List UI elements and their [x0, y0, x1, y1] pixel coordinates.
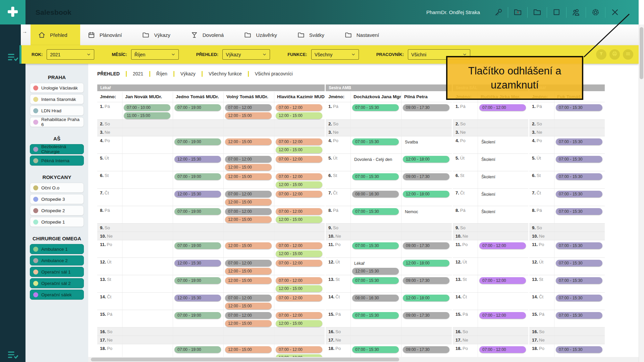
sidebar-item[interactable]: Ortopedie 2 — [30, 205, 84, 216]
shift-pill[interactable]: 07:00 - 12:00 — [225, 260, 272, 266]
shift-note[interactable]: Školení — [481, 139, 526, 145]
menu-button[interactable] — [623, 49, 633, 60]
sidebar-item[interactable]: Operační sál 1 — [30, 267, 84, 277]
shift-note[interactable]: Nemoc — [405, 209, 450, 215]
sidebar-item[interactable]: Interna Staromák — [30, 94, 84, 104]
shift-pill[interactable]: 12:00 - 15:30 — [174, 295, 221, 301]
shift-pill[interactable]: 12:00 - 15:00 — [225, 112, 272, 119]
playlist-check-icon[interactable] — [6, 51, 19, 64]
shift-pill[interactable]: 12:00 - 15:00 — [225, 242, 272, 249]
shift-pill[interactable]: 12:00 - 15:30 — [174, 156, 221, 163]
shift-pill[interactable]: 08:00 - 16:30 — [352, 295, 399, 301]
tab-nastaveni[interactable]: Nastavení — [337, 24, 392, 45]
print-button[interactable] — [609, 49, 620, 60]
shift-pill[interactable]: 07:00 - 12:00 — [276, 295, 322, 301]
sidebar-item[interactable]: Ambulance 1 — [30, 244, 84, 254]
shift-pill[interactable]: 09:00 - 17:30 — [403, 104, 449, 111]
sidebar-item[interactable]: Operační sálek — [30, 290, 84, 300]
expand-arrow-icon[interactable]: → — [22, 28, 27, 45]
gear-icon[interactable] — [591, 8, 600, 17]
shift-pill[interactable]: 12:00 - 15:00 — [225, 303, 272, 309]
prehled-select[interactable]: Výkazy — [222, 49, 270, 60]
vertical-scrollbar-thumb[interactable] — [640, 27, 643, 79]
shift-pill[interactable]: 12:00 - 15:00 — [276, 320, 322, 327]
sidebar-item[interactable]: Operační sál 2 — [30, 278, 84, 288]
sidebar-item[interactable]: LDN Hrad — [30, 106, 84, 116]
tab-dovolena[interactable]: Dovolená — [183, 24, 236, 45]
shift-pill[interactable]: 07:00 - 19:00 — [174, 277, 221, 284]
shift-pill[interactable]: 12:00 - 15:00 — [225, 164, 272, 171]
tab-prehled[interactable]: Přehled — [31, 24, 80, 45]
shift-note[interactable]: Lékař — [354, 261, 399, 266]
tab-vykazy[interactable]: Výkazy — [135, 24, 183, 45]
shift-pill[interactable]: 07:00 - 15:30 — [556, 104, 602, 111]
shift-pill[interactable]: 08:00 - 16:30 — [352, 191, 399, 197]
shift-pill[interactable]: 07:00 - 19:00 — [174, 138, 221, 145]
shift-pill[interactable]: 07:00 - 12:00 — [276, 260, 322, 266]
shift-pill[interactable]: 12:00 - 15:30 — [174, 191, 221, 197]
shift-pill[interactable]: 12:00 - 15:00 — [225, 138, 272, 145]
shift-pill[interactable]: 07:00 - 12:00 — [276, 191, 322, 197]
shift-pill[interactable]: 07:00 - 12:00 — [225, 295, 272, 301]
shift-pill[interactable]: 07:00 - 12:00 — [276, 312, 322, 319]
users-icon[interactable] — [572, 8, 581, 17]
shift-pill[interactable]: 07:00 - 12:00 — [225, 156, 272, 163]
shift-pill[interactable]: 09:00 - 17:30 — [403, 173, 449, 180]
shift-pill[interactable]: 07:00 - 19:00 — [174, 208, 221, 215]
close-icon[interactable] — [610, 8, 620, 17]
shift-note[interactable]: Dovolená - Celý den — [354, 157, 399, 163]
shift-pill[interactable]: 07:00 - 15:30 — [556, 191, 602, 197]
shift-pill[interactable]: 12:00 - 15:00 — [276, 216, 322, 223]
shift-pill[interactable]: 12:00 - 18:00 — [403, 156, 449, 163]
shift-pill[interactable]: 07:00 - 19:00 — [174, 173, 221, 180]
funkce-select[interactable]: Všechny — [311, 49, 359, 60]
shift-pill[interactable]: 07:00 - 15:30 — [556, 346, 602, 353]
shift-pill[interactable]: 07:00 - 12:00 — [276, 138, 322, 145]
shift-pill[interactable]: 07:00 - 15:30 — [352, 277, 399, 284]
playlist-check-icon[interactable] — [6, 349, 19, 361]
sidebar-item[interactable]: Bezbolestná Chirurgie — [30, 144, 84, 154]
sidebar-item[interactable]: Ortopedie 1 — [30, 217, 84, 227]
shift-pill[interactable]: 07:00 - 15:30 — [556, 242, 602, 249]
shift-pill[interactable]: 07:00 - 12:00 — [276, 156, 322, 163]
shift-note[interactable]: Školení — [481, 192, 526, 197]
shift-pill[interactable]: 12:00 - 15:00 — [276, 112, 322, 119]
shift-pill[interactable]: 07:00 - 15:30 — [352, 208, 399, 215]
shift-pill[interactable]: 07:00 - 12:00 — [225, 104, 272, 111]
sidebar-item[interactable]: Oční O.o — [30, 183, 84, 193]
shift-note[interactable]: Školení — [481, 157, 526, 163]
shift-pill[interactable]: 07:00 - 19:00 — [174, 104, 221, 111]
shift-pill[interactable]: 12:00 - 15:30 — [174, 260, 221, 266]
shift-pill[interactable]: 12:00 - 15:00 — [225, 216, 272, 223]
square-icon[interactable] — [552, 8, 561, 17]
tab-svatky[interactable]: Svátky — [290, 24, 337, 45]
horizontal-scrollbar-thumb[interactable] — [91, 358, 399, 361]
shift-pill[interactable]: 07:00 - 12:00 — [276, 173, 322, 180]
shift-pill[interactable]: 07:00 - 19:00 — [174, 242, 221, 249]
shift-pill[interactable]: 12:00 - 18:00 — [403, 295, 449, 301]
shift-note[interactable]: Školení — [481, 209, 526, 215]
shift-pill[interactable]: 07:00 - 12:00 — [276, 104, 322, 111]
shift-pill[interactable]: 12:00 - 15:00 — [276, 181, 322, 188]
folder-n-icon[interactable]: N — [513, 8, 522, 17]
tab-uzaverky[interactable]: Uzávěrky — [236, 24, 290, 45]
shift-pill[interactable]: 09:00 - 17:30 — [403, 242, 449, 249]
horizontal-scrollbar[interactable] — [88, 357, 639, 362]
shift-pill[interactable]: 12:00 - 15:00 — [225, 277, 272, 284]
shift-pill[interactable]: 07:00 - 15:30 — [556, 277, 602, 284]
shift-pill[interactable]: 12:00 - 15:00 — [225, 199, 272, 205]
shift-pill[interactable]: 07:00 - 12:00 — [479, 104, 526, 111]
folder-icon[interactable] — [533, 8, 542, 17]
shift-pill[interactable]: 07:00 - 15:30 — [556, 156, 602, 163]
shift-pill[interactable]: 07:00 - 15:30 — [556, 295, 602, 301]
sidebar-item[interactable]: Ortopedie 3 — [30, 194, 84, 204]
shift-pill[interactable]: 07:00 - 12:00 — [479, 312, 526, 319]
vertical-scrollbar[interactable] — [639, 24, 644, 362]
shift-pill[interactable]: 07:00 - 19:00 — [174, 312, 221, 319]
shift-pill[interactable]: 07:00 - 15:30 — [556, 138, 602, 145]
rok-select[interactable]: 2021 — [47, 49, 94, 60]
shift-pill[interactable]: 07:00 - 15:30 — [556, 312, 602, 319]
shift-pill[interactable]: 07:00 - 15:30 — [352, 242, 399, 249]
shift-note[interactable]: Svatba — [405, 139, 450, 145]
shift-pill[interactable]: 12:00 - 18:00 — [403, 260, 449, 266]
